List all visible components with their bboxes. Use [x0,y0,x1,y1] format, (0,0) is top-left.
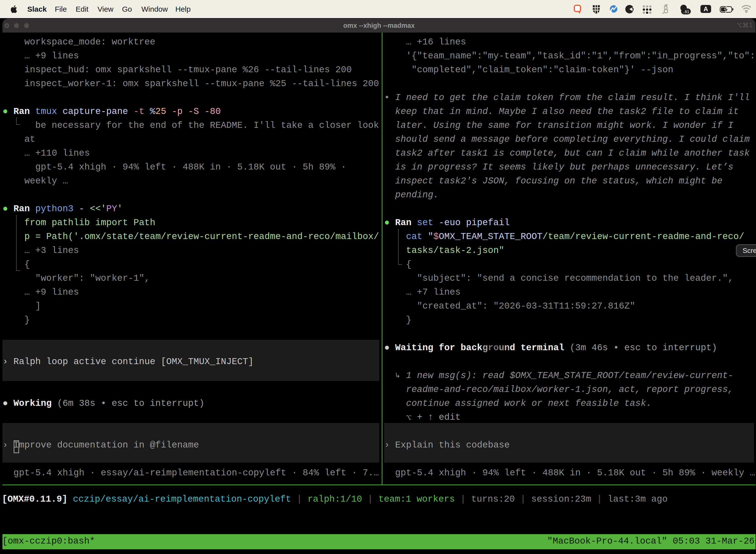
svg-text:..61: ..61 [683,10,689,14]
